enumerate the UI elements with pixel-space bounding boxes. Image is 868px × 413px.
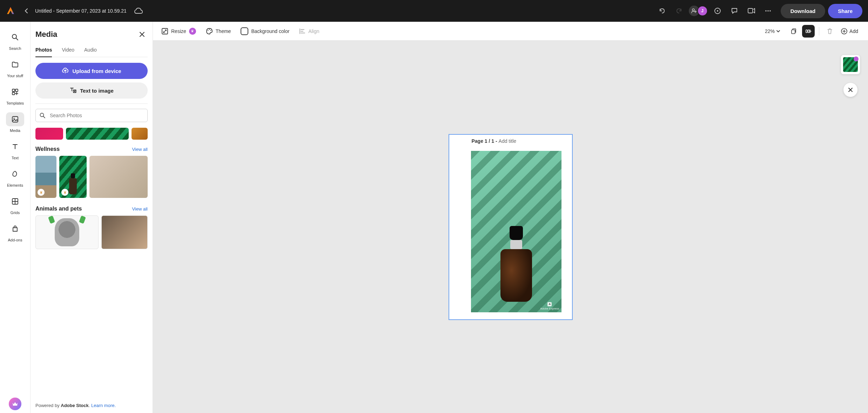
- close-thumbnail-button[interactable]: [843, 83, 857, 97]
- t2i-label: Text to image: [80, 88, 114, 94]
- plus-icon: [841, 28, 847, 34]
- more-button[interactable]: [761, 4, 775, 18]
- rail-search[interactable]: Search: [3, 27, 27, 53]
- canvas-image[interactable]: A Adobe Express: [471, 151, 561, 312]
- upload-label: Upload from device: [72, 68, 121, 74]
- section-title-wellness: Wellness: [35, 146, 60, 152]
- text-to-image-button[interactable]: Text to image: [35, 82, 148, 99]
- resize-icon: [161, 28, 168, 35]
- grids-icon: [6, 194, 24, 208]
- resize-tool[interactable]: Resize ♛: [160, 26, 197, 37]
- rail-label: Text: [12, 156, 19, 160]
- raccoon-graphic: [55, 218, 79, 246]
- premium-badge-icon: ♛: [38, 189, 45, 196]
- photo-thumbnail[interactable]: [35, 128, 63, 140]
- wellness-thumbnail[interactable]: ♛: [35, 156, 56, 198]
- rail-label: Media: [10, 128, 20, 133]
- redo-button[interactable]: [672, 4, 686, 18]
- close-panel-button[interactable]: [136, 29, 148, 40]
- rail-addons[interactable]: Add-ons: [3, 219, 27, 245]
- rail-grids[interactable]: Grids: [3, 192, 27, 218]
- media-icon: [6, 112, 24, 126]
- zoom-control[interactable]: 22%: [765, 28, 780, 34]
- bottle-graphic: [69, 178, 77, 194]
- addons-icon: [6, 222, 24, 236]
- t2i-icon: [69, 87, 76, 94]
- search-icon: [40, 113, 45, 118]
- rail-your-stuff[interactable]: Your stuff: [3, 55, 27, 81]
- cloud-sync-icon[interactable]: [134, 6, 143, 16]
- timeline-button[interactable]: [802, 25, 815, 38]
- undo-button[interactable]: [655, 4, 669, 18]
- comments-button[interactable]: [727, 4, 741, 18]
- delete-page-button[interactable]: [823, 25, 836, 38]
- color-swatch: [241, 27, 248, 35]
- page-thumbnail[interactable]: [841, 55, 860, 74]
- theme-tool[interactable]: Theme: [204, 26, 233, 37]
- bottle-graphic: [500, 225, 532, 302]
- tab-audio[interactable]: Audio: [84, 44, 97, 57]
- rail-label: Templates: [6, 101, 24, 105]
- photo-thumbnail[interactable]: [132, 128, 148, 140]
- view-all-animals[interactable]: View all: [132, 206, 148, 212]
- help-button[interactable]: [711, 4, 725, 18]
- animals-thumbnail[interactable]: [35, 215, 99, 249]
- present-button[interactable]: [744, 4, 758, 18]
- palette-icon: [206, 28, 213, 35]
- search-input[interactable]: [35, 109, 148, 122]
- svg-rect-22: [808, 30, 809, 33]
- rail-templates[interactable]: Templates: [3, 82, 27, 108]
- page-canvas[interactable]: Page 1 / 1 - Add title A Adobe Express: [449, 134, 573, 320]
- rail-label: Your stuff: [7, 74, 23, 78]
- wellness-thumbnail[interactable]: [89, 156, 148, 198]
- svg-point-0: [692, 9, 694, 11]
- chevron-down-icon: [776, 30, 780, 33]
- view-all-wellness[interactable]: View all: [132, 147, 148, 152]
- crown-icon: [9, 398, 21, 410]
- document-title[interactable]: Untitled - September 07, 2023 at 10.59.2…: [35, 8, 127, 14]
- learn-more-link[interactable]: Learn more.: [91, 403, 116, 408]
- rail-label: Search: [9, 46, 21, 51]
- divider: [35, 104, 148, 104]
- templates-icon: [6, 85, 24, 99]
- svg-point-5: [767, 10, 769, 12]
- svg-rect-9: [15, 89, 18, 92]
- background-color-tool[interactable]: Background color: [239, 25, 291, 37]
- panel-footer: Powered by Adobe Stock. Learn more.: [35, 399, 148, 413]
- svg-rect-20: [792, 30, 795, 34]
- svg-point-12: [14, 118, 15, 119]
- svg-rect-8: [12, 89, 15, 92]
- rail-premium[interactable]: [3, 395, 27, 413]
- rail-elements[interactable]: Elements: [3, 164, 27, 190]
- text-icon: [6, 140, 24, 154]
- upload-button[interactable]: Upload from device: [35, 63, 148, 79]
- photo-thumbnail[interactable]: [66, 128, 129, 140]
- back-button[interactable]: [21, 5, 32, 16]
- app-logo[interactable]: [6, 6, 15, 16]
- svg-point-19: [210, 30, 211, 31]
- premium-badge-icon: ♛: [61, 189, 68, 196]
- share-button[interactable]: Share: [828, 4, 862, 18]
- wellness-thumbnail[interactable]: ♛: [59, 156, 87, 198]
- svg-point-4: [765, 10, 767, 12]
- page-title-label[interactable]: Page 1 / 1 - Add title: [472, 138, 517, 144]
- animals-thumbnail[interactable]: [101, 215, 148, 249]
- svg-point-17: [208, 30, 208, 31]
- svg-rect-11: [12, 116, 18, 122]
- tab-photos[interactable]: Photos: [35, 44, 52, 57]
- align-icon: [299, 28, 305, 34]
- tab-video[interactable]: Video: [62, 44, 74, 57]
- rail-label: Add-ons: [8, 238, 22, 242]
- rail-media[interactable]: Media: [3, 109, 27, 135]
- align-tool[interactable]: Align: [298, 26, 321, 36]
- rail-text[interactable]: Text: [3, 137, 27, 163]
- premium-badge-icon: [854, 56, 859, 61]
- watermark: A Adobe Express: [540, 302, 559, 310]
- add-page-button[interactable]: Add: [838, 26, 861, 36]
- rail-label: Elements: [7, 183, 23, 187]
- download-button[interactable]: Download: [781, 4, 826, 18]
- folder-icon: [6, 58, 24, 72]
- user-avatar[interactable]: J: [697, 6, 708, 16]
- duplicate-page-button[interactable]: [787, 25, 800, 38]
- rail-label: Grids: [11, 211, 20, 215]
